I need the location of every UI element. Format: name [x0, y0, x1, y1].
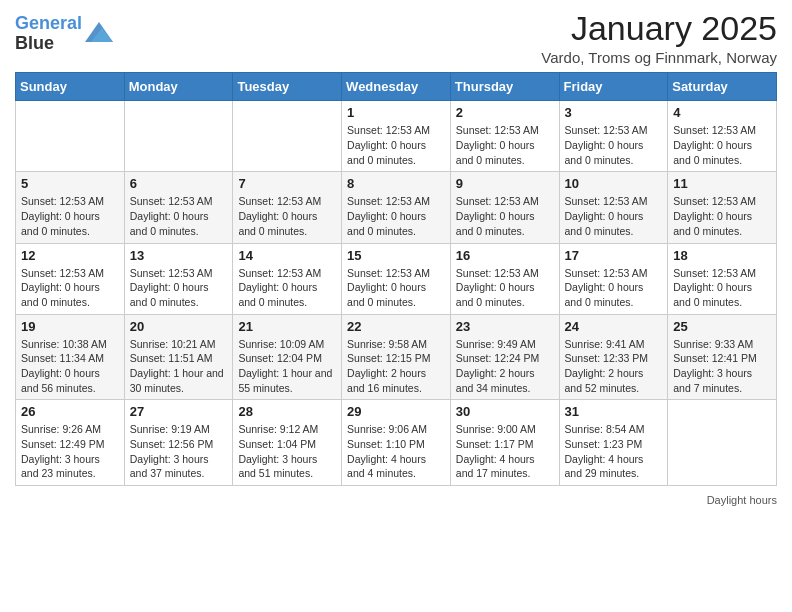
week-row-3: 12Sunset: 12:53 AM Daylight: 0 hours and…	[16, 243, 777, 314]
day-number: 14	[238, 248, 336, 263]
day-info: Sunset: 12:53 AM Daylight: 0 hours and 0…	[130, 266, 228, 310]
day-cell: 26Sunrise: 9:26 AM Sunset: 12:49 PM Dayl…	[16, 400, 125, 486]
day-info: Sunset: 12:53 AM Daylight: 0 hours and 0…	[456, 266, 554, 310]
day-info: Sunrise: 9:49 AM Sunset: 12:24 PM Daylig…	[456, 337, 554, 396]
day-number: 2	[456, 105, 554, 120]
footer-note: Daylight hours	[15, 494, 777, 506]
day-cell: 3Sunset: 12:53 AM Daylight: 0 hours and …	[559, 101, 668, 172]
day-info: Sunset: 12:53 AM Daylight: 0 hours and 0…	[673, 194, 771, 238]
month-title: January 2025	[541, 10, 777, 47]
day-number: 16	[456, 248, 554, 263]
day-number: 12	[21, 248, 119, 263]
day-cell: 5Sunset: 12:53 AM Daylight: 0 hours and …	[16, 172, 125, 243]
day-info: Sunset: 12:53 AM Daylight: 0 hours and 0…	[21, 266, 119, 310]
day-number: 6	[130, 176, 228, 191]
day-cell: 15Sunset: 12:53 AM Daylight: 0 hours and…	[342, 243, 451, 314]
day-cell: 25Sunrise: 9:33 AM Sunset: 12:41 PM Dayl…	[668, 314, 777, 400]
week-row-5: 26Sunrise: 9:26 AM Sunset: 12:49 PM Dayl…	[16, 400, 777, 486]
day-number: 25	[673, 319, 771, 334]
day-cell: 16Sunset: 12:53 AM Daylight: 0 hours and…	[450, 243, 559, 314]
day-cell: 17Sunset: 12:53 AM Daylight: 0 hours and…	[559, 243, 668, 314]
day-info: Sunset: 12:53 AM Daylight: 0 hours and 0…	[565, 266, 663, 310]
day-cell: 20Sunrise: 10:21 AM Sunset: 11:51 AM Day…	[124, 314, 233, 400]
day-number: 17	[565, 248, 663, 263]
day-cell: 30Sunrise: 9:00 AM Sunset: 1:17 PM Dayli…	[450, 400, 559, 486]
day-number: 28	[238, 404, 336, 419]
day-cell: 11Sunset: 12:53 AM Daylight: 0 hours and…	[668, 172, 777, 243]
day-info: Sunset: 12:53 AM Daylight: 0 hours and 0…	[238, 266, 336, 310]
day-info: Sunset: 12:53 AM Daylight: 0 hours and 0…	[347, 194, 445, 238]
day-cell: 29Sunrise: 9:06 AM Sunset: 1:10 PM Dayli…	[342, 400, 451, 486]
header: GeneralBlue January 2025 Vardo, Troms og…	[15, 10, 777, 66]
col-header-sunday: Sunday	[16, 73, 125, 101]
day-cell: 12Sunset: 12:53 AM Daylight: 0 hours and…	[16, 243, 125, 314]
day-number: 29	[347, 404, 445, 419]
day-info: Sunset: 12:53 AM Daylight: 0 hours and 0…	[347, 266, 445, 310]
day-number: 27	[130, 404, 228, 419]
day-info: Sunset: 12:53 AM Daylight: 0 hours and 0…	[21, 194, 119, 238]
day-number: 20	[130, 319, 228, 334]
day-cell: 7Sunset: 12:53 AM Daylight: 0 hours and …	[233, 172, 342, 243]
day-number: 7	[238, 176, 336, 191]
day-info: Sunrise: 9:33 AM Sunset: 12:41 PM Daylig…	[673, 337, 771, 396]
day-number: 13	[130, 248, 228, 263]
day-cell: 8Sunset: 12:53 AM Daylight: 0 hours and …	[342, 172, 451, 243]
logo-text: GeneralBlue	[15, 14, 82, 54]
day-info: Sunset: 12:53 AM Daylight: 0 hours and 0…	[347, 123, 445, 167]
day-info: Sunrise: 9:26 AM Sunset: 12:49 PM Daylig…	[21, 422, 119, 481]
day-cell: 14Sunset: 12:53 AM Daylight: 0 hours and…	[233, 243, 342, 314]
day-cell: 1Sunset: 12:53 AM Daylight: 0 hours and …	[342, 101, 451, 172]
week-row-1: 1Sunset: 12:53 AM Daylight: 0 hours and …	[16, 101, 777, 172]
day-cell: 19Sunrise: 10:38 AM Sunset: 11:34 AM Day…	[16, 314, 125, 400]
day-cell: 18Sunset: 12:53 AM Daylight: 0 hours and…	[668, 243, 777, 314]
day-number: 30	[456, 404, 554, 419]
day-cell: 21Sunrise: 10:09 AM Sunset: 12:04 PM Day…	[233, 314, 342, 400]
day-cell: 23Sunrise: 9:49 AM Sunset: 12:24 PM Dayl…	[450, 314, 559, 400]
day-info: Sunrise: 9:58 AM Sunset: 12:15 PM Daylig…	[347, 337, 445, 396]
day-cell: 2Sunset: 12:53 AM Daylight: 0 hours and …	[450, 101, 559, 172]
day-number: 18	[673, 248, 771, 263]
day-cell: 28Sunrise: 9:12 AM Sunset: 1:04 PM Dayli…	[233, 400, 342, 486]
day-info: Sunrise: 8:54 AM Sunset: 1:23 PM Dayligh…	[565, 422, 663, 481]
logo-icon	[85, 22, 113, 42]
day-info: Sunset: 12:53 AM Daylight: 0 hours and 0…	[238, 194, 336, 238]
week-row-2: 5Sunset: 12:53 AM Daylight: 0 hours and …	[16, 172, 777, 243]
day-info: Sunset: 12:53 AM Daylight: 0 hours and 0…	[565, 123, 663, 167]
day-info: Sunset: 12:53 AM Daylight: 0 hours and 0…	[673, 123, 771, 167]
day-info: Sunset: 12:53 AM Daylight: 0 hours and 0…	[456, 194, 554, 238]
day-number: 24	[565, 319, 663, 334]
day-cell: 6Sunset: 12:53 AM Daylight: 0 hours and …	[124, 172, 233, 243]
day-number: 8	[347, 176, 445, 191]
day-cell: 27Sunrise: 9:19 AM Sunset: 12:56 PM Dayl…	[124, 400, 233, 486]
day-number: 10	[565, 176, 663, 191]
day-number: 9	[456, 176, 554, 191]
day-cell: 22Sunrise: 9:58 AM Sunset: 12:15 PM Dayl…	[342, 314, 451, 400]
day-cell	[124, 101, 233, 172]
title-area: January 2025 Vardo, Troms og Finnmark, N…	[541, 10, 777, 66]
day-info: Sunrise: 9:00 AM Sunset: 1:17 PM Dayligh…	[456, 422, 554, 481]
day-number: 1	[347, 105, 445, 120]
day-number: 19	[21, 319, 119, 334]
day-cell	[668, 400, 777, 486]
day-info: Sunset: 12:53 AM Daylight: 0 hours and 0…	[456, 123, 554, 167]
day-info: Sunrise: 9:19 AM Sunset: 12:56 PM Daylig…	[130, 422, 228, 481]
col-header-monday: Monday	[124, 73, 233, 101]
day-number: 26	[21, 404, 119, 419]
day-info: Sunset: 12:53 AM Daylight: 0 hours and 0…	[565, 194, 663, 238]
day-number: 23	[456, 319, 554, 334]
day-cell: 31Sunrise: 8:54 AM Sunset: 1:23 PM Dayli…	[559, 400, 668, 486]
day-number: 3	[565, 105, 663, 120]
header-row: SundayMondayTuesdayWednesdayThursdayFrid…	[16, 73, 777, 101]
day-number: 21	[238, 319, 336, 334]
day-cell: 13Sunset: 12:53 AM Daylight: 0 hours and…	[124, 243, 233, 314]
day-number: 15	[347, 248, 445, 263]
day-info: Sunrise: 10:21 AM Sunset: 11:51 AM Dayli…	[130, 337, 228, 396]
day-info: Sunrise: 9:06 AM Sunset: 1:10 PM Dayligh…	[347, 422, 445, 481]
day-info: Sunrise: 9:41 AM Sunset: 12:33 PM Daylig…	[565, 337, 663, 396]
day-info: Sunrise: 10:09 AM Sunset: 12:04 PM Dayli…	[238, 337, 336, 396]
col-header-wednesday: Wednesday	[342, 73, 451, 101]
day-cell: 10Sunset: 12:53 AM Daylight: 0 hours and…	[559, 172, 668, 243]
day-number: 11	[673, 176, 771, 191]
logo: GeneralBlue	[15, 14, 113, 54]
day-info: Sunrise: 9:12 AM Sunset: 1:04 PM Dayligh…	[238, 422, 336, 481]
